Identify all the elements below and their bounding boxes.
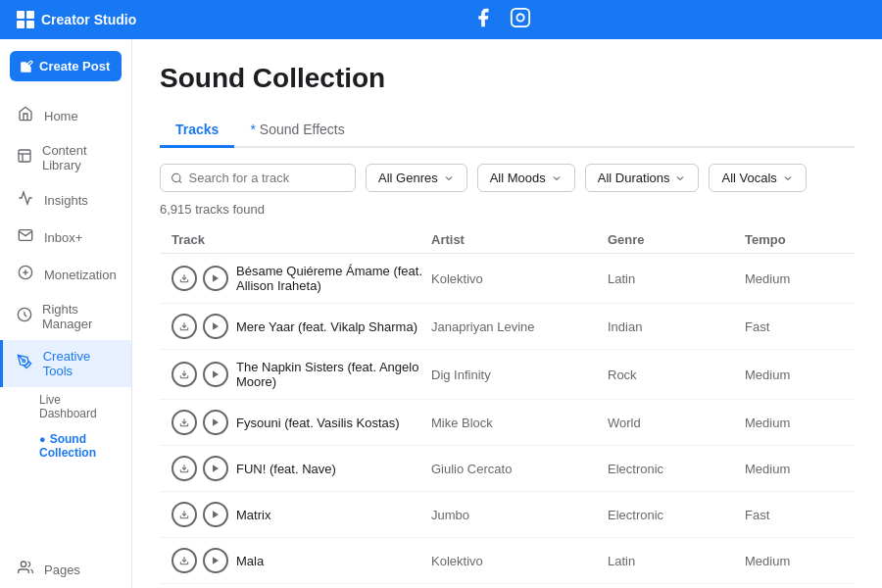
track-name-cell: Matrix <box>172 502 431 527</box>
page-title: Sound Collection <box>160 63 855 94</box>
track-name-cell: The Napkin Sisters (feat. Angelo Moore) <box>172 360 431 389</box>
play-button[interactable] <box>203 362 228 387</box>
download-button[interactable] <box>172 362 197 387</box>
sidebar-insights-label: Insights <box>44 193 88 208</box>
svg-point-15 <box>172 173 180 181</box>
chevron-down-icon <box>551 172 563 184</box>
track-tempo: Fast <box>745 319 843 334</box>
download-button[interactable] <box>172 548 197 573</box>
download-button[interactable] <box>172 410 197 435</box>
sidebar-item-home[interactable]: Home <box>0 97 131 134</box>
sidebar-creative-tools-label: Creative Tools <box>43 349 118 378</box>
track-artist: Janapriyan Levine <box>431 319 608 334</box>
search-box[interactable] <box>160 164 356 192</box>
sidebar-item-inbox[interactable]: Inbox+ <box>0 219 131 256</box>
track-actions <box>172 266 228 291</box>
sidebar-item-creative-tools[interactable]: Creative Tools <box>0 340 131 387</box>
tabs-container: Tracks *Sound Effects <box>160 114 855 148</box>
svg-line-16 <box>179 180 181 182</box>
download-button[interactable] <box>172 314 197 339</box>
track-actions <box>172 410 228 435</box>
table-row: Refract Jeff McIlwain Ambient Medium <box>160 584 855 588</box>
svg-point-13 <box>23 360 25 363</box>
sidebar-pages-label: Pages <box>44 563 80 577</box>
chevron-down-icon <box>443 172 455 184</box>
facebook-icon[interactable] <box>472 7 494 33</box>
chevron-down-icon <box>782 172 794 184</box>
download-button[interactable] <box>172 502 197 527</box>
col-header-artist: Artist <box>431 232 608 247</box>
svg-marker-18 <box>213 274 219 282</box>
tab-tracks[interactable]: Tracks <box>160 114 234 148</box>
svg-marker-20 <box>213 322 219 330</box>
download-button[interactable] <box>172 266 197 291</box>
play-button[interactable] <box>203 502 228 527</box>
sidebar: Create Post Home Content Library Insight… <box>0 39 132 588</box>
sidebar-item-insights[interactable]: Insights <box>0 181 131 219</box>
track-title: Mala <box>236 554 264 568</box>
track-artist: Dig Infinity <box>431 368 608 382</box>
svg-marker-28 <box>213 511 219 518</box>
create-post-button[interactable]: Create Post <box>10 51 122 81</box>
insights-icon <box>17 190 34 210</box>
tab-dot: * <box>250 122 255 137</box>
track-artist: Kolektivo <box>431 271 608 286</box>
track-artist: Mike Block <box>431 416 608 430</box>
tracks-count: 6,915 tracks found <box>160 202 855 217</box>
svg-point-14 <box>21 562 25 566</box>
track-genre: Electronic <box>608 462 745 476</box>
sidebar-item-rights-manager[interactable]: Rights Manager <box>0 293 131 340</box>
track-genre: Latin <box>608 554 745 568</box>
play-button[interactable] <box>203 266 228 291</box>
tracks-list: Bésame Quiéreme Ámame (feat. Allison Ira… <box>160 254 855 588</box>
svg-marker-30 <box>213 557 219 564</box>
tab-sound-effects[interactable]: *Sound Effects <box>234 114 360 148</box>
durations-filter-button[interactable]: All Durations <box>585 164 700 192</box>
vocals-filter-button[interactable]: All Vocals <box>709 164 806 192</box>
table-row: Fysouni (feat. Vasilis Kostas) Mike Bloc… <box>160 400 855 446</box>
table-row: Matrix Jumbo Electronic Fast <box>160 492 855 538</box>
sidebar-monetization-label: Monetization <box>44 268 117 282</box>
sidebar-rights-manager-label: Rights Manager <box>42 302 118 331</box>
track-genre: Indian <box>608 319 745 334</box>
search-input[interactable] <box>189 171 345 185</box>
sidebar-sub-live-dashboard[interactable]: Live Dashboard <box>0 387 131 426</box>
sidebar-sub-sound-collection[interactable]: ●Sound Collection <box>0 426 131 466</box>
moods-filter-button[interactable]: All Moods <box>477 164 575 192</box>
app-logo: Creator Studio <box>16 10 136 29</box>
svg-rect-4 <box>511 8 528 25</box>
track-artist: Giulio Cercato <box>431 462 608 476</box>
track-name-cell: FUN! (feat. Nave) <box>172 456 431 481</box>
track-tempo: Medium <box>745 462 843 476</box>
track-name-cell: Bésame Quiéreme Ámame (feat. Allison Ira… <box>172 264 431 293</box>
track-genre: Latin <box>608 271 745 286</box>
rights-manager-icon <box>17 307 32 326</box>
track-genre: Rock <box>608 368 745 382</box>
sidebar-item-pages[interactable]: Pages <box>0 551 131 588</box>
svg-rect-0 <box>17 11 24 19</box>
top-navigation: Creator Studio <box>0 0 882 39</box>
play-button[interactable] <box>203 548 228 573</box>
instagram-icon[interactable] <box>510 7 531 33</box>
play-button[interactable] <box>203 456 228 481</box>
genres-filter-button[interactable]: All Genres <box>366 164 467 192</box>
sidebar-item-monetization[interactable]: Monetization <box>0 256 131 293</box>
table-row: Mere Yaar (feat. Vikalp Sharma) Janapriy… <box>160 304 855 350</box>
track-title: The Napkin Sisters (feat. Angelo Moore) <box>236 360 431 389</box>
pages-icon <box>17 560 34 579</box>
track-title: FUN! (feat. Nave) <box>236 462 336 476</box>
track-title: Matrix <box>236 508 270 522</box>
track-actions <box>172 502 228 527</box>
play-button[interactable] <box>203 410 228 435</box>
sidebar-home-label: Home <box>44 109 78 123</box>
track-title: Bésame Quiéreme Ámame (feat. Allison Ira… <box>236 264 431 293</box>
download-button[interactable] <box>172 456 197 481</box>
play-button[interactable] <box>203 314 228 339</box>
track-artist: Kolektivo <box>431 554 608 568</box>
col-header-track: Track <box>172 232 431 247</box>
app-name: Creator Studio <box>41 12 136 27</box>
nav-brand: Creator Studio <box>16 10 136 29</box>
track-artist: Jumbo <box>431 508 608 522</box>
track-actions <box>172 456 228 481</box>
sidebar-item-content-library[interactable]: Content Library <box>0 134 131 181</box>
